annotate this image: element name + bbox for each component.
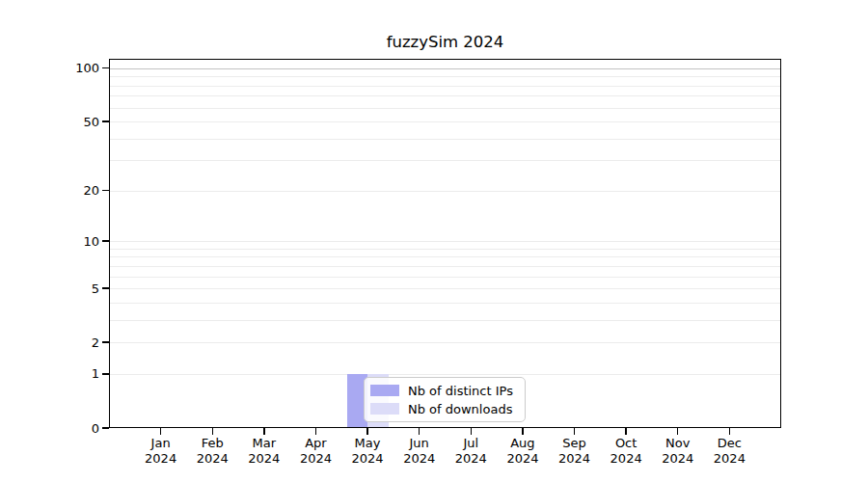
- gridline-minor: [109, 241, 781, 242]
- y-axis-tick: [102, 67, 109, 68]
- y-axis-tick-label: 2: [41, 336, 99, 349]
- gridline-major: [109, 68, 781, 69]
- gridline-minor: [109, 86, 781, 87]
- gridline-minor: [109, 95, 781, 96]
- legend-item: Nb of downloads: [370, 402, 525, 416]
- legend-label: Nb of downloads: [408, 402, 512, 416]
- gridline-minor: [109, 139, 781, 140]
- y-axis-tick-label: 5: [41, 282, 99, 295]
- legend-swatch: [370, 403, 399, 415]
- y-axis-tick-label: 20: [41, 184, 99, 197]
- x-axis-tick: [212, 428, 213, 435]
- figure: fuzzySim 2024 Nb of distinct IPsNb of do…: [0, 0, 868, 482]
- gridline-minor: [109, 320, 781, 321]
- gridline-minor: [109, 249, 781, 250]
- legend-item: Nb of distinct IPs: [370, 384, 525, 398]
- plot-area: Nb of distinct IPsNb of downloads 012510…: [109, 59, 781, 428]
- y-axis-tick: [102, 287, 109, 288]
- y-axis-tick-label: 1: [41, 367, 99, 380]
- x-label-year: 2024: [695, 451, 763, 467]
- x-axis-tick: [366, 428, 367, 435]
- x-axis-tick: [625, 428, 626, 435]
- x-axis-tick: [315, 428, 316, 435]
- gridline-minor: [109, 277, 781, 278]
- y-axis-tick: [102, 341, 109, 342]
- gridline-minor: [109, 191, 781, 192]
- x-axis-tick: [729, 428, 730, 435]
- x-axis-tick: [677, 428, 678, 435]
- legend: Nb of distinct IPsNb of downloads: [364, 377, 526, 422]
- x-axis-tick: [160, 428, 161, 435]
- gridline-minor: [109, 121, 781, 122]
- gridline-minor: [109, 342, 781, 343]
- plot-border: [109, 59, 781, 428]
- y-axis-tick-label: 0: [41, 422, 99, 435]
- gridline-minor: [109, 303, 781, 304]
- y-axis-tick: [102, 240, 109, 241]
- y-axis-tick: [102, 427, 109, 428]
- y-axis-tick: [102, 120, 109, 121]
- x-axis-tick: [263, 428, 264, 435]
- gridline-minor: [109, 76, 781, 77]
- gridline-minor: [109, 256, 781, 257]
- gridline-minor: [109, 288, 781, 289]
- x-label-month: Dec: [695, 436, 763, 451]
- x-axis-tick: [471, 428, 472, 435]
- legend-swatch: [370, 385, 399, 396]
- gridline-minor: [109, 374, 781, 375]
- x-axis-tick: [522, 428, 523, 435]
- x-axis-tick: [419, 428, 420, 435]
- y-axis-tick: [102, 373, 109, 374]
- y-axis-tick-label: 10: [41, 235, 99, 248]
- x-axis-tick-label: Dec2024: [695, 436, 763, 467]
- y-axis-tick-label: 100: [41, 62, 99, 74]
- gridline-minor: [109, 108, 781, 109]
- gridline-minor: [109, 160, 781, 161]
- chart-title: fuzzySim 2024: [109, 33, 781, 51]
- legend-label: Nb of distinct IPs: [408, 384, 513, 398]
- y-axis-tick-label: 50: [41, 116, 99, 128]
- gridline-minor: [109, 266, 781, 267]
- x-axis-tick: [574, 428, 575, 435]
- y-axis-tick: [102, 190, 109, 191]
